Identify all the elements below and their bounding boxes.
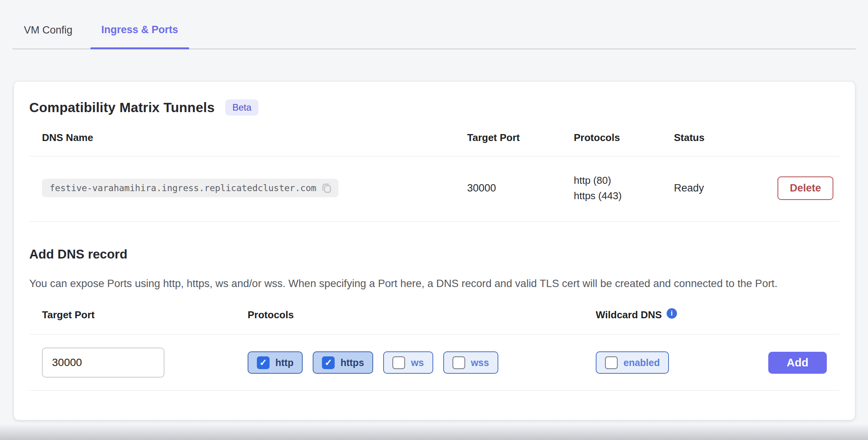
add-dns-form-row: ✓ http ✓ https ✓ ws ✓ wss ✓ enabled Add bbox=[29, 334, 840, 391]
tunnels-table-header: DNS Name Target Port Protocols Status bbox=[29, 132, 840, 156]
ws-checkbox[interactable]: ✓ bbox=[392, 356, 405, 369]
https-chip-label: https bbox=[340, 357, 364, 368]
add-dns-heading: Add DNS record bbox=[29, 247, 840, 262]
status-cell: Ready bbox=[674, 182, 704, 194]
card-title-row: Compatibility Matrix Tunnels Beta bbox=[29, 82, 840, 116]
label-wildcard-dns: Wildcard DNS i bbox=[583, 309, 840, 321]
http-checkbox[interactable]: ✓ bbox=[257, 356, 270, 369]
protocol-chip-http[interactable]: ✓ http bbox=[248, 351, 303, 374]
col-header-dns-name: DNS Name bbox=[29, 132, 467, 144]
tab-ingress-ports[interactable]: Ingress & Ports bbox=[90, 24, 189, 49]
wildcard-enabled-chip[interactable]: ✓ enabled bbox=[596, 351, 669, 374]
info-icon[interactable]: i bbox=[667, 308, 677, 319]
target-port-input[interactable] bbox=[42, 348, 164, 378]
delete-cell: Delete bbox=[778, 176, 840, 200]
add-dns-description: You can expose Ports using http, https, … bbox=[29, 275, 832, 291]
wildcard-checkbox[interactable]: ✓ bbox=[605, 356, 618, 369]
dns-name-pill: festive-varahamihira.ingress.replicatedc… bbox=[42, 179, 338, 197]
add-button[interactable]: Add bbox=[768, 352, 827, 374]
tunnels-card: Compatibility Matrix Tunnels Beta DNS Na… bbox=[14, 82, 855, 420]
tunnel-table-row: festive-varahamihira.ingress.replicatedc… bbox=[29, 156, 840, 222]
http-chip-label: http bbox=[275, 357, 293, 368]
protocol-chip-wss[interactable]: ✓ wss bbox=[443, 351, 498, 374]
wildcard-chip-label: enabled bbox=[623, 357, 660, 368]
col-header-protocols: Protocols bbox=[574, 132, 674, 144]
protocol-chip-ws[interactable]: ✓ ws bbox=[383, 351, 433, 374]
protocol-line-http: http (80) bbox=[574, 173, 674, 188]
delete-button[interactable]: Delete bbox=[778, 176, 833, 200]
protocol-chip-https[interactable]: ✓ https bbox=[313, 351, 373, 374]
col-header-target-port: Target Port bbox=[467, 132, 574, 144]
protocols-cell: http (80) https (443) bbox=[574, 173, 674, 203]
tab-bar: VM Config Ingress & Ports bbox=[12, 0, 856, 49]
https-checkbox[interactable]: ✓ bbox=[322, 356, 335, 369]
tab-vm-config[interactable]: VM Config bbox=[24, 24, 72, 49]
copy-icon[interactable] bbox=[322, 183, 332, 193]
protocol-chips: ✓ http ✓ https ✓ ws ✓ wss bbox=[248, 351, 583, 374]
dns-name-value: festive-varahamihira.ingress.replicatedc… bbox=[50, 183, 316, 193]
beta-badge: Beta bbox=[225, 99, 258, 116]
card-title: Compatibility Matrix Tunnels bbox=[29, 100, 214, 115]
wss-chip-label: wss bbox=[471, 357, 489, 368]
dns-name-cell: festive-varahamihira.ingress.replicatedc… bbox=[29, 179, 467, 197]
label-protocols: Protocols bbox=[248, 309, 583, 321]
add-dns-form-labels: Target Port Protocols Wildcard DNS i bbox=[29, 309, 840, 334]
wildcard-dns-label-text: Wildcard DNS bbox=[596, 309, 662, 321]
col-header-status: Status bbox=[674, 132, 840, 144]
wss-checkbox[interactable]: ✓ bbox=[452, 356, 465, 369]
protocol-line-https: https (443) bbox=[574, 188, 674, 203]
target-port-cell: 30000 bbox=[467, 182, 574, 194]
label-target-port: Target Port bbox=[29, 309, 248, 321]
ws-chip-label: ws bbox=[411, 357, 424, 368]
